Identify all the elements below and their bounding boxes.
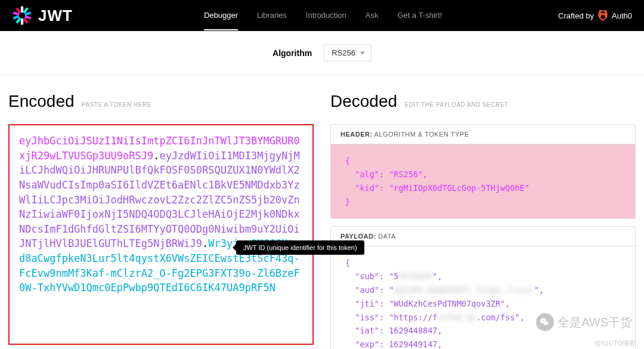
top-nav-bar: JWT Debugger Libraries Introduction Ask … bbox=[0, 0, 644, 31]
header-panel-title: HEADER: ALGORITHM & TOKEN TYPE bbox=[331, 125, 635, 144]
nav-libraries[interactable]: Libraries bbox=[257, 11, 287, 21]
algorithm-label: Algorithm bbox=[273, 48, 312, 58]
nav-introduction[interactable]: Introduction bbox=[306, 11, 346, 21]
decoded-title: Decoded bbox=[330, 92, 397, 110]
token-payload-part: eyJzdWIiOiI1MDI3MjgyNjMiLCJhdWQiOiJHRUNP… bbox=[19, 150, 300, 250]
svg-rect-0 bbox=[21, 7, 23, 13]
crafted-by-label: Crafted by bbox=[558, 11, 594, 20]
nav-tshirt[interactable]: Get a T-shirt! bbox=[397, 11, 442, 21]
nav-debugger[interactable]: Debugger bbox=[204, 11, 238, 30]
logo-text: JWT bbox=[38, 7, 73, 25]
watermark-51cto: @51CTO博客 bbox=[595, 339, 636, 348]
token-dot: . bbox=[153, 150, 159, 162]
auth0-icon bbox=[597, 10, 608, 21]
algorithm-row: Algorithm RS256 bbox=[0, 31, 644, 75]
encoded-title: Encoded bbox=[8, 92, 75, 110]
jwt-star-icon bbox=[12, 5, 32, 26]
main-nav: Debugger Libraries Introduction Ask Get … bbox=[204, 11, 442, 21]
header-panel: HEADER: ALGORITHM & TOKEN TYPE { "alg": … bbox=[330, 124, 636, 219]
logo[interactable]: JWT bbox=[12, 5, 73, 26]
decoded-column: Decoded EDIT THE PAYLOAD AND SECRET HEAD… bbox=[330, 92, 636, 349]
encoded-subtitle: PASTE A TOKEN HERE bbox=[82, 101, 151, 108]
payload-json[interactable]: { "sub": "50272826", "aud": "GECORP_BANK… bbox=[331, 246, 635, 349]
payload-panel-title: PAYLOAD: DATA bbox=[331, 227, 635, 246]
wechat-icon bbox=[536, 313, 554, 331]
decoded-subtitle: EDIT THE PAYLOAD AND SECRET bbox=[405, 101, 509, 108]
token-dot: . bbox=[202, 237, 208, 249]
nav-ask[interactable]: Ask bbox=[366, 11, 379, 21]
svg-rect-1 bbox=[21, 18, 23, 24]
encoded-token-input[interactable]: eyJhbGciOiJSUzI1NiIsImtpZCI6InJnTWlJT3BY… bbox=[8, 124, 314, 345]
watermark-wechat: 全是AWS干货 bbox=[536, 313, 632, 331]
encoded-column: Encoded PASTE A TOKEN HERE eyJhbGciOiJSU… bbox=[8, 92, 314, 349]
crafted-brand: Auth0 bbox=[612, 11, 632, 20]
algorithm-value: RS256 bbox=[332, 48, 355, 57]
jti-tooltip: JWT ID (unique identifier for this token… bbox=[236, 240, 364, 255]
algorithm-select[interactable]: RS256 bbox=[324, 44, 371, 61]
crafted-by[interactable]: Crafted by Auth0 bbox=[558, 10, 632, 21]
header-json[interactable]: { "alg": "RS256", "kid": "rgMiIOpX0dTGLc… bbox=[331, 144, 635, 218]
